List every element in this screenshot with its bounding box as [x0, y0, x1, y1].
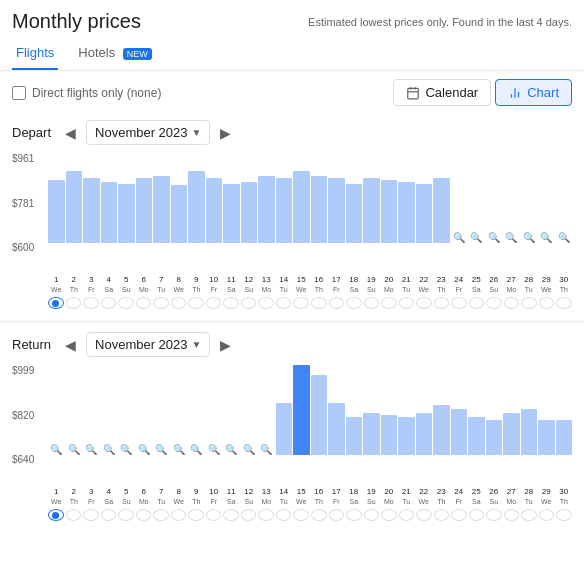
radio-dot[interactable]	[276, 509, 292, 521]
radio-dot[interactable]	[118, 297, 134, 309]
bar[interactable]: 🔍	[258, 441, 275, 455]
bar[interactable]: 🔍	[48, 441, 65, 455]
bar[interactable]: 🔍	[153, 441, 170, 455]
bar[interactable]	[363, 178, 380, 243]
bar[interactable]	[398, 182, 415, 243]
bar[interactable]	[556, 420, 573, 455]
radio-dot[interactable]	[416, 509, 432, 521]
radio-dot[interactable]	[521, 509, 537, 521]
radio-dot[interactable]	[293, 297, 309, 309]
bar[interactable]: 🔍	[171, 441, 188, 455]
bar[interactable]: 🔍	[538, 229, 555, 243]
depart-prev-arrow[interactable]: ◀	[61, 123, 80, 143]
radio-dot[interactable]	[346, 297, 362, 309]
bar[interactable]	[346, 417, 363, 455]
radio-dot[interactable]	[364, 297, 380, 309]
bar[interactable]: 🔍	[556, 229, 573, 243]
bar[interactable]	[136, 178, 153, 243]
radio-dot[interactable]	[223, 509, 239, 521]
bar[interactable]: 🔍	[223, 441, 240, 455]
radio-dot[interactable]	[311, 509, 327, 521]
radio-dot[interactable]	[329, 509, 345, 521]
radio-dot[interactable]	[241, 297, 257, 309]
radio-dot[interactable]	[136, 509, 152, 521]
bar[interactable]: 🔍	[503, 229, 520, 243]
radio-dot[interactable]	[171, 509, 187, 521]
radio-dot[interactable]	[188, 509, 204, 521]
bar[interactable]	[153, 176, 170, 243]
bar[interactable]	[83, 178, 100, 243]
checkbox-box[interactable]	[12, 86, 26, 100]
bar[interactable]	[311, 176, 328, 244]
calendar-button[interactable]: Calendar	[393, 79, 491, 106]
bar[interactable]	[503, 413, 520, 455]
radio-dot[interactable]	[258, 509, 274, 521]
bar[interactable]: 🔍	[241, 441, 258, 455]
bar[interactable]	[398, 417, 415, 455]
radio-dot[interactable]	[136, 297, 152, 309]
radio-dot[interactable]	[486, 297, 502, 309]
direct-flights-checkbox[interactable]: Direct flights only (none)	[12, 86, 161, 100]
radio-dot[interactable]	[276, 297, 292, 309]
bar[interactable]	[293, 171, 310, 243]
radio-dot[interactable]	[416, 297, 432, 309]
radio-dot[interactable]	[521, 297, 537, 309]
bar[interactable]	[206, 178, 223, 243]
radio-dot[interactable]	[311, 297, 327, 309]
radio-dot[interactable]	[364, 509, 380, 521]
bar[interactable]	[381, 415, 398, 455]
radio-dot[interactable]	[101, 297, 117, 309]
bar[interactable]	[486, 420, 503, 455]
radio-dot[interactable]	[206, 297, 222, 309]
bar[interactable]: 🔍	[451, 229, 468, 243]
radio-dot[interactable]	[48, 509, 64, 521]
radio-dot[interactable]	[469, 297, 485, 309]
return-month-select[interactable]: November 2023 ▼	[86, 332, 210, 357]
bar[interactable]: 🔍	[188, 441, 205, 455]
radio-dot[interactable]	[171, 297, 187, 309]
radio-dot[interactable]	[83, 297, 99, 309]
radio-dot[interactable]	[241, 509, 257, 521]
radio-dot[interactable]	[434, 509, 450, 521]
bar[interactable]	[346, 184, 363, 243]
return-next-arrow[interactable]: ▶	[216, 335, 235, 355]
radio-dot[interactable]	[539, 509, 555, 521]
radio-dot[interactable]	[556, 297, 572, 309]
bar[interactable]: 🔍	[66, 441, 83, 455]
radio-dot[interactable]	[293, 509, 309, 521]
radio-dot[interactable]	[83, 509, 99, 521]
bar[interactable]	[241, 182, 258, 243]
depart-month-select[interactable]: November 2023 ▼	[86, 120, 210, 145]
radio-dot[interactable]	[539, 297, 555, 309]
bar[interactable]	[416, 184, 433, 243]
radio-dot[interactable]	[556, 509, 572, 521]
bar[interactable]	[328, 403, 345, 455]
radio-dot[interactable]	[346, 509, 362, 521]
bar[interactable]: 🔍	[101, 441, 118, 455]
bar[interactable]	[118, 184, 135, 243]
bar[interactable]	[416, 413, 433, 455]
radio-dot[interactable]	[504, 509, 520, 521]
radio-dot[interactable]	[153, 297, 169, 309]
bar[interactable]	[521, 409, 538, 455]
radio-dot[interactable]	[329, 297, 345, 309]
bar[interactable]	[171, 185, 188, 244]
chart-button[interactable]: Chart	[495, 79, 572, 106]
radio-dot[interactable]	[486, 509, 502, 521]
bar[interactable]: 🔍	[468, 229, 485, 243]
bar[interactable]	[311, 375, 328, 455]
bar[interactable]: 🔍	[118, 441, 135, 455]
bar[interactable]	[66, 171, 83, 243]
bar[interactable]	[276, 403, 293, 455]
bar[interactable]	[293, 365, 310, 455]
bar[interactable]	[276, 178, 293, 243]
bar[interactable]: 🔍	[83, 441, 100, 455]
bar[interactable]: 🔍	[136, 441, 153, 455]
radio-dot[interactable]	[451, 297, 467, 309]
radio-dot[interactable]	[504, 297, 520, 309]
radio-dot[interactable]	[399, 297, 415, 309]
return-prev-arrow[interactable]: ◀	[61, 335, 80, 355]
radio-dot[interactable]	[223, 297, 239, 309]
radio-dot[interactable]	[381, 509, 397, 521]
radio-dot[interactable]	[451, 509, 467, 521]
